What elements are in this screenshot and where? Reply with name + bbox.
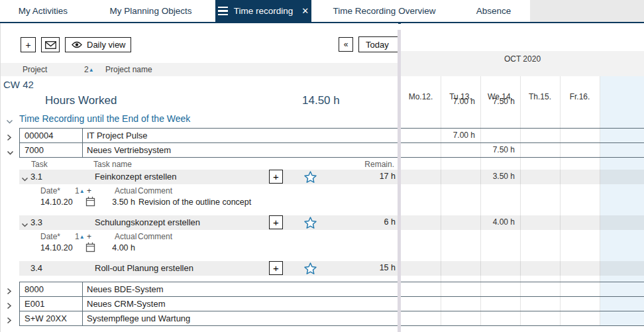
task-row-3-4[interactable]: 3.4 Roll-out Planung erstellen + 15 h	[19, 261, 398, 276]
project-row-e001[interactable]: E001 Neues CRM-System	[19, 296, 398, 311]
grid-row-line	[401, 282, 644, 282]
tab-my-activities[interactable]: My Activities	[0, 0, 86, 22]
project-column-label: Project	[23, 65, 47, 74]
entry-date[interactable]: 14.10.20	[40, 197, 73, 207]
project-name: Systempflege und Wartung	[87, 313, 190, 323]
expand-project-e001-icon[interactable]	[7, 300, 15, 312]
collapse-project-7000-icon[interactable]	[7, 146, 15, 158]
sort-number: 1	[75, 232, 80, 241]
add-row-icon[interactable]: +	[87, 232, 91, 241]
task-3-3-we-value[interactable]: 4.00 h	[480, 217, 517, 227]
task-3-1-we-value[interactable]: 3.50 h	[480, 172, 517, 181]
time-sheet-panel: + Daily view « Today Project 2▲ Project …	[0, 23, 398, 332]
add-entry-task-3-3-button[interactable]: +	[269, 215, 283, 229]
project-name: Neues BDE-System	[87, 284, 164, 294]
grid-column-line	[441, 76, 441, 325]
previous-week-button[interactable]: «	[339, 37, 353, 52]
tab-time-recording-overview[interactable]: Time Recording Overview	[311, 0, 457, 22]
project-id: 7000	[25, 145, 44, 155]
eye-icon	[72, 41, 82, 48]
task-remain-hours: 6 h	[384, 217, 396, 227]
grid-row-line	[401, 311, 644, 311]
project-column-header: Project 2▲ Project name	[1, 63, 398, 76]
entry-sort-indicator[interactable]: 1▲ +	[75, 186, 91, 195]
mail-button[interactable]	[41, 37, 60, 52]
grid-row-line	[401, 128, 644, 129]
actual-column-label: Actual	[115, 186, 136, 195]
project-row-000004[interactable]: 000004 IT Project Pulse	[19, 128, 398, 143]
grid-row-line	[401, 296, 644, 297]
tab-my-planning-objects[interactable]: My Planning Objects	[86, 0, 215, 22]
project-row-8000[interactable]: 8000 Neues BDE-System	[19, 282, 398, 297]
task-row-3-1[interactable]: 3.1 Feinkonzept erstellen + 17 h	[19, 170, 398, 184]
task-row-band	[401, 261, 644, 276]
today-button[interactable]: Today	[358, 36, 398, 52]
calendar-picker-icon[interactable]	[85, 196, 95, 209]
task-remain-hours: 15 h	[380, 263, 396, 272]
expand-project-sw20xx-icon[interactable]	[7, 315, 15, 327]
cell-divider	[82, 297, 83, 311]
hours-worked-we-value[interactable]: 7.50 h	[480, 97, 517, 106]
envelope-icon	[45, 41, 56, 49]
hours-worked-label: Hours Worked	[45, 94, 117, 107]
close-tab-icon[interactable]: ✕	[299, 6, 309, 16]
add-row-icon[interactable]: +	[87, 186, 91, 195]
sort-number: 2	[84, 65, 89, 74]
grid-column-line	[600, 76, 600, 325]
calendar-header: OCT 2020 Mo.12. Tu.13. We.14. Th.15. Fr.…	[401, 51, 644, 76]
entry-comment[interactable]: Revision of the outline concept	[138, 197, 251, 207]
tab-bar: My Activities My Planning Objects Time r…	[0, 0, 644, 22]
task-id: 3.1	[30, 172, 42, 182]
task-name-column-label: Task name	[93, 160, 132, 169]
collapse-task-3-3-icon[interactable]	[21, 220, 28, 230]
grid-row-line	[401, 142, 644, 143]
entry-actual-hours[interactable]: 4.00 h	[100, 243, 135, 252]
collapse-task-3-1-icon[interactable]	[21, 174, 28, 184]
tab-absence[interactable]: Absence	[457, 0, 530, 22]
cell-divider	[82, 129, 83, 142]
calendar-picker-icon[interactable]	[85, 242, 95, 255]
task-row-3-3[interactable]: 3.3 Schulungskonzept erstellen + 6 h	[19, 215, 398, 230]
sort-ascending-icon: ▲	[89, 67, 94, 73]
task-id: 3.4	[30, 263, 42, 273]
project-name: Neues Vertriebsystem	[87, 145, 171, 155]
tab-time-recording-label: Time recording	[234, 6, 294, 16]
sort-order-indicator[interactable]: 2▲	[84, 65, 94, 74]
section-collapse-icon[interactable]	[6, 115, 13, 127]
entry-sort-indicator[interactable]: 1▲ +	[75, 232, 91, 241]
project-000004-tu-value[interactable]: 7.00 h	[441, 131, 478, 140]
favorite-task-3-4-icon[interactable]	[304, 262, 317, 276]
section-title[interactable]: Time Recording until the End of the Week	[19, 113, 190, 124]
view-select-label: Daily view	[87, 40, 126, 50]
task-row-band	[401, 170, 644, 184]
add-entry-task-3-4-button[interactable]: +	[269, 261, 283, 275]
task-remain-hours: 17 h	[380, 172, 396, 181]
expand-project-000004-icon[interactable]	[7, 132, 15, 144]
task-id: 3.3	[30, 217, 42, 227]
menu-icon[interactable]	[218, 7, 228, 16]
day-header-th: Th.15.	[520, 92, 560, 101]
view-select[interactable]: Daily view	[65, 37, 131, 52]
expand-project-8000-icon[interactable]	[7, 286, 15, 298]
tab-time-recording[interactable]: Time recording ✕	[215, 0, 311, 22]
project-row-sw20xx[interactable]: S+W 20XX Systempflege und Wartung	[19, 311, 398, 326]
remain-column-label: Remain.	[364, 160, 394, 169]
month-label: OCT 2020	[401, 54, 644, 64]
hours-worked-tu-value[interactable]: 7.00 h	[441, 97, 478, 106]
favorite-task-3-1-icon[interactable]	[304, 171, 317, 185]
entry-actual-hours[interactable]: 3.50 h	[100, 197, 135, 207]
task-row-band	[401, 215, 644, 230]
add-button[interactable]: +	[21, 37, 36, 52]
day-header-mo: Mo.12.	[401, 92, 441, 101]
task-name: Schulungskonzept erstellen	[95, 217, 200, 227]
favorite-task-3-3-icon[interactable]	[304, 217, 317, 231]
project-7000-we-value[interactable]: 7.50 h	[480, 145, 517, 154]
project-name-column-label: Project name	[105, 65, 152, 74]
task-name: Feinkonzept erstellen	[95, 172, 177, 182]
grid-column-line	[480, 76, 481, 325]
entry-date[interactable]: 14.10.20	[40, 243, 73, 252]
project-row-7000[interactable]: 7000 Neues Vertriebsystem	[19, 142, 398, 158]
add-entry-task-3-1-button[interactable]: +	[269, 170, 283, 184]
day-header-fr: Fr.16.	[560, 92, 600, 101]
grid-column-line	[560, 76, 561, 325]
